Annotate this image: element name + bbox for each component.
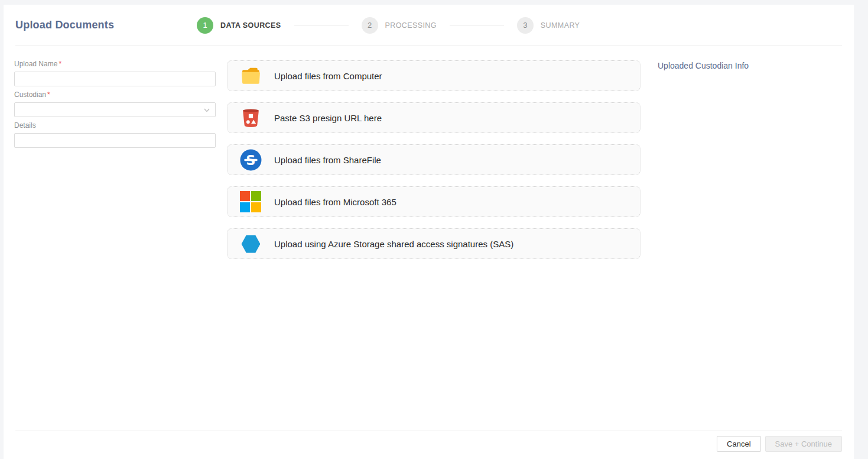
step-2-circle: 2: [362, 17, 378, 34]
upload-name-label: Upload Name*: [14, 60, 216, 68]
custodian-select[interactable]: [14, 102, 216, 121]
source-label: Upload files from Computer: [274, 71, 382, 81]
upload-from-computer-button[interactable]: Upload files from Computer: [227, 60, 641, 91]
source-label: Upload using Azure Storage shared access…: [274, 239, 513, 249]
save-continue-button[interactable]: Save + Continue: [765, 436, 842, 452]
step-1-circle: 1: [197, 17, 213, 34]
custodian-info-title: Uploaded Custodian Info: [658, 61, 842, 70]
step-connector: [294, 25, 349, 25]
header: Upload Documents 1 DATA SOURCES 2 PROCES…: [15, 5, 842, 46]
upload-name-input[interactable]: [14, 72, 216, 86]
page-title: Upload Documents: [15, 19, 197, 31]
source-label: Upload files from ShareFile: [274, 155, 381, 165]
step-3-circle: 3: [517, 17, 534, 34]
upload-azure-sas-button[interactable]: Upload using Azure Storage shared access…: [227, 228, 641, 259]
step-summary[interactable]: 3 SUMMARY: [517, 17, 580, 34]
custodian-label: Custodian*: [14, 90, 216, 99]
upload-from-microsoft-365-button[interactable]: Upload files from Microsoft 365: [227, 186, 641, 217]
source-label: Paste S3 presign URL here: [274, 113, 382, 123]
details-label: Details: [14, 121, 216, 130]
folder-icon: [239, 64, 262, 87]
upload-form: Upload Name* Custodian* Details: [14, 60, 216, 152]
step-connector: [450, 25, 504, 25]
details-label-text: Details: [14, 121, 36, 130]
step-3-label: SUMMARY: [541, 21, 580, 30]
footer: Cancel Save + Continue: [15, 431, 842, 459]
paste-s3-presign-url-button[interactable]: Paste S3 presign URL here: [227, 102, 641, 133]
source-label: Upload files from Microsoft 365: [274, 197, 396, 207]
step-2-label: PROCESSING: [385, 21, 437, 30]
required-asterisk: *: [58, 60, 61, 68]
step-processing[interactable]: 2 PROCESSING: [362, 17, 437, 34]
custodian-info-panel: Uploaded Custodian Info: [658, 60, 842, 70]
sharefile-icon: S: [239, 148, 262, 171]
custodian-label-text: Custodian: [14, 90, 46, 99]
upload-documents-panel: Upload Documents 1 DATA SOURCES 2 PROCES…: [4, 5, 854, 459]
wizard-stepper: 1 DATA SOURCES 2 PROCESSING 3 SUMMARY: [197, 17, 580, 34]
upload-from-sharefile-button[interactable]: S Upload files from ShareFile: [227, 144, 641, 175]
step-data-sources[interactable]: 1 DATA SOURCES: [197, 17, 281, 34]
custodian-select-value[interactable]: [14, 102, 216, 117]
step-1-label: DATA SOURCES: [220, 21, 281, 30]
required-asterisk: *: [47, 90, 50, 99]
body: Upload Name* Custodian* Details: [4, 46, 854, 431]
data-source-list: Upload files from Computer Paste S3 pres…: [227, 60, 641, 270]
s3-bucket-icon: [239, 106, 262, 129]
azure-storage-icon: [239, 232, 262, 255]
microsoft-365-icon: [239, 190, 262, 213]
upload-name-label-text: Upload Name: [14, 60, 57, 68]
cancel-button[interactable]: Cancel: [717, 436, 760, 452]
details-input[interactable]: [14, 133, 216, 148]
